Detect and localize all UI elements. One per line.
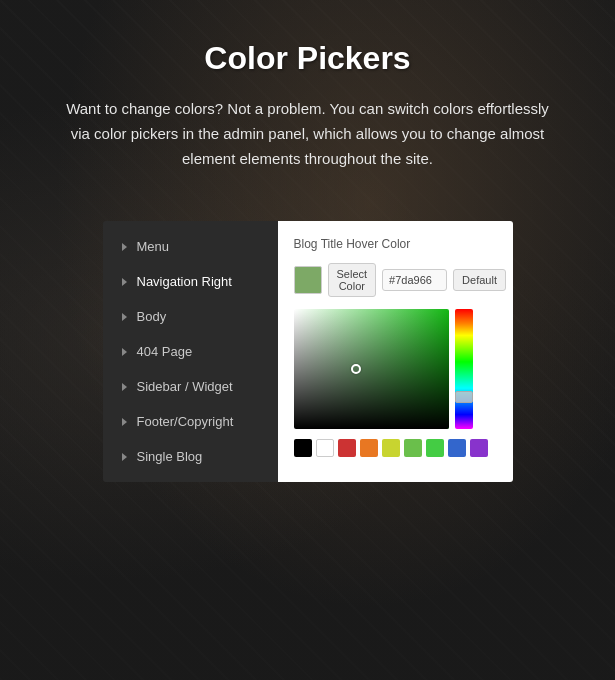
preset-color-orange[interactable] [360,439,378,457]
sidebar-item-footer-copyright[interactable]: Footer/Copyright [103,404,278,439]
preset-color-black[interactable] [294,439,312,457]
preset-color-green[interactable] [404,439,422,457]
color-picker-controls: Select Color Default [294,263,497,297]
select-color-button[interactable]: Select Color [328,263,377,297]
default-button[interactable]: Default [453,269,506,291]
chevron-right-icon [122,453,127,461]
sidebar-item-navigation-right[interactable]: Navigation Right [103,264,278,299]
color-picker-title: Blog Title Hover Color [294,237,497,251]
chevron-right-icon [122,313,127,321]
chevron-right-icon [122,418,127,426]
sidebar-item-sidebar-widget[interactable]: Sidebar / Widget [103,369,278,404]
gradient-canvas[interactable] [294,309,449,429]
sidebar-item-404-page[interactable]: 404 Page [103,334,278,369]
preset-color-red[interactable] [338,439,356,457]
left-panel-menu: MenuNavigation RightBody404 PageSidebar … [103,221,278,482]
sidebar-item-single-blog[interactable]: Single Blog [103,439,278,474]
chevron-right-icon [122,383,127,391]
sidebar-item-label: Navigation Right [137,274,232,289]
panels-container: MenuNavigation RightBody404 PageSidebar … [0,221,615,482]
color-presets [294,439,497,457]
sidebar-item-label: Menu [137,239,170,254]
chevron-right-icon [122,278,127,286]
gradient-inner [294,309,449,429]
hex-input[interactable] [382,269,447,291]
hue-slider-thumb [455,391,473,403]
gradient-cursor [351,364,361,374]
chevron-right-icon [122,243,127,251]
preset-color-blue[interactable] [448,439,466,457]
sidebar-item-label: Body [137,309,167,324]
hue-slider-container[interactable] [455,309,473,429]
color-swatch [294,266,322,294]
gradient-area [294,309,497,429]
preset-color-white[interactable] [316,439,334,457]
sidebar-item-label: Single Blog [137,449,203,464]
preset-color-purple[interactable] [470,439,488,457]
hero-content: Color Pickers Want to change colors? Not… [0,0,615,221]
color-picker-panel: Blog Title Hover Color Select Color Defa… [278,221,513,482]
hue-slider [455,309,473,429]
sidebar-item-label: 404 Page [137,344,193,359]
sidebar-item-body[interactable]: Body [103,299,278,334]
preset-color-bright-green[interactable] [426,439,444,457]
sidebar-item-label: Sidebar / Widget [137,379,233,394]
chevron-right-icon [122,348,127,356]
sidebar-item-label: Footer/Copyright [137,414,234,429]
sidebar-item-menu[interactable]: Menu [103,229,278,264]
preset-color-yellow-green[interactable] [382,439,400,457]
page-title: Color Pickers [60,40,555,77]
hero-section: Color Pickers Want to change colors? Not… [0,0,615,680]
hero-description: Want to change colors? Not a problem. Yo… [60,97,555,171]
